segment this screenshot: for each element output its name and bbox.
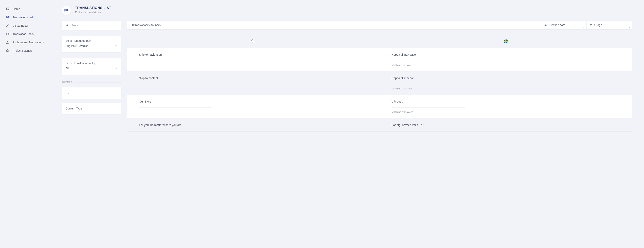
nav-translation-tools[interactable]: Translation Tools [0,30,56,38]
search-icon [66,24,69,27]
sidebar: Home Translations List Visual Editor Tra… [0,0,56,248]
sort-asc-icon [544,25,546,26]
quality-value: All [66,67,69,70]
divider [139,61,212,61]
source-text: Skip to content [139,77,368,80]
results-toolbar: 60 translation(s) found(s) Creation date… [127,21,632,30]
header-chat-icon [62,6,71,15]
nav-translations-list[interactable]: Translations List [0,13,56,22]
search-input[interactable] [72,24,117,27]
person-icon [6,41,9,44]
svg-point-5 [66,24,68,26]
svg-rect-1 [8,8,9,8]
filter-content-type-label: Content Type [66,107,82,110]
quality-card: Select translation quality All [62,58,121,75]
nav-label: Translations List [13,16,33,19]
chat-list-icon [6,16,9,19]
page-title: TRANSLATIONS LIST [75,6,111,10]
svg-rect-2 [8,9,9,10]
source-text: For you, no matter where you are [139,123,368,127]
nav-label: Translation Tools [13,32,34,36]
target-text: Hoppa till innehåll [392,77,620,80]
nav-project-settings[interactable]: Project settings [0,47,56,55]
target-text: För dig, oavsett var du är [392,123,620,127]
dropdown-icon [628,27,630,28]
table-row[interactable]: Our Store Vår butik Machine translated [127,95,632,118]
language-pair-card: Select language pair English > Swedish [62,36,121,53]
dashboard-icon [6,7,9,11]
filters-heading: FILTERS [62,81,121,84]
target-text: Vår butik [392,100,620,103]
sort-value: Creation date [548,24,565,27]
table-row[interactable]: Skip to content Hoppa till innehåll Mach… [127,71,632,95]
gear-icon [6,49,9,53]
svg-point-4 [7,41,8,42]
page-subtitle: Edit your translations. [75,11,111,14]
dropdown-icon [115,46,117,47]
quality-select[interactable]: All [66,67,117,71]
page-header: TRANSLATIONS LIST Edit your translations… [62,6,632,15]
nav-visual-editor[interactable]: Visual Editor [0,22,56,30]
table-row[interactable]: For you, no matter where you are För dig… [127,118,632,131]
filter-content-type[interactable]: Content Type [62,103,121,114]
filter-url-label: URL [66,92,71,95]
page-size-select[interactable]: 25 / Page [586,21,632,30]
results-count: 60 translation(s) found(s) [127,21,541,30]
svg-rect-3 [6,9,7,10]
divider [392,84,465,84]
divider [392,61,465,61]
nav-label: Home [13,7,20,11]
chevron-right-icon [115,107,117,110]
nav-label: Project settings [13,49,32,52]
flag-se-icon [504,39,508,43]
table-row[interactable]: Skip to navigation Hoppa till navigation… [127,48,632,71]
source-text: Skip to navigation [139,53,368,56]
dropdown-icon [115,68,117,69]
language-pair-value: English > Swedish [66,44,88,48]
flag-uk-icon [251,39,255,43]
target-text: Hoppa till navigation [392,53,620,56]
divider [76,82,121,83]
svg-rect-0 [6,8,7,9]
quality-label: Select translation quality [66,62,117,65]
nav-professional-translations[interactable]: Professional Translations [0,38,56,47]
nav-home[interactable]: Home [0,5,56,13]
language-pair-select[interactable]: English > Swedish [66,44,117,49]
translation-meta: Machine translated [392,64,620,67]
divider [139,84,212,84]
code-icon [6,32,9,36]
filter-url[interactable]: URL [62,87,121,99]
edit-note-icon [6,24,9,28]
sort-select[interactable]: Creation date [541,21,586,30]
search-card [62,21,121,30]
translation-meta: Machine translated [392,111,620,113]
dropdown-icon [583,27,585,28]
main-content: TRANSLATIONS LIST Edit your translations… [56,0,644,248]
nav-label: Professional Translations [13,41,44,44]
svg-line-6 [68,26,68,26]
language-pair-label: Select language pair [66,39,117,42]
source-text: Our Store [139,100,368,103]
page-size-value: 25 / Page [590,24,602,27]
table-header [127,35,632,48]
translations-table: Skip to navigation Hoppa till navigation… [127,35,632,131]
translation-meta: Machine translated [392,87,620,90]
nav-label: Visual Editor [13,24,28,27]
chevron-right-icon [115,91,117,95]
